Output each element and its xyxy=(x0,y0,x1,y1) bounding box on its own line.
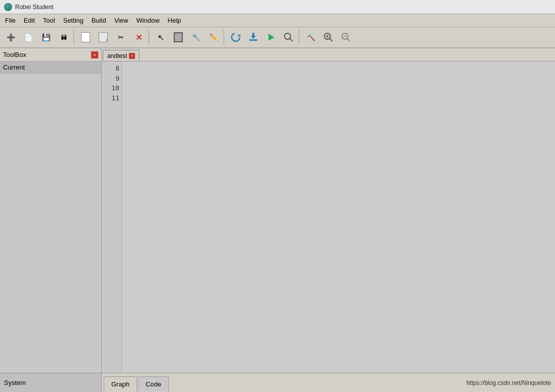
svg-line-7 xyxy=(290,39,293,42)
bottom-tab-code[interactable]: Code xyxy=(138,376,169,391)
tool-button[interactable]: 🔧 xyxy=(187,29,204,46)
sidebar: ToolBox × Current xyxy=(0,48,102,373)
cut-button[interactable]: ✂ xyxy=(112,29,129,46)
toolbar-separator-4 xyxy=(299,30,301,45)
content-area: andtest × 8 9 10 11 xyxy=(102,48,555,373)
open-file-icon: 📄 xyxy=(24,33,33,41)
current-label: Current xyxy=(3,63,25,71)
svg-marker-1 xyxy=(237,34,241,36)
toolbox-title: ToolBox xyxy=(3,51,26,58)
svg-line-9 xyxy=(330,39,333,42)
current-section: Current xyxy=(0,61,101,74)
save-icon: 💾 xyxy=(42,33,50,41)
save-as-icon: 🖬 xyxy=(60,34,67,41)
zoom-out-icon xyxy=(340,32,352,43)
line-num-11: 11 xyxy=(104,93,119,103)
tab-andtest-close[interactable]: × xyxy=(129,53,135,59)
editor-area: 8 9 10 11 xyxy=(102,61,555,373)
code-tab-label: Code xyxy=(146,380,161,388)
code-editor[interactable] xyxy=(122,61,555,373)
device-icon xyxy=(174,32,183,42)
bottom-tab-graph[interactable]: Graph xyxy=(104,376,137,391)
toolbar-separator-2 xyxy=(149,30,151,45)
svg-rect-4 xyxy=(252,33,254,37)
tool-icon: 🔧 xyxy=(192,33,200,41)
run-button[interactable] xyxy=(262,29,280,46)
blank-button[interactable] xyxy=(77,29,94,46)
bottom-tabs: Graph Code xyxy=(102,373,171,392)
svg-point-6 xyxy=(285,33,291,39)
toolbox-content xyxy=(0,74,101,373)
menu-help[interactable]: Help xyxy=(164,14,185,27)
cut-icon: ✂ xyxy=(118,33,124,41)
toolbox-header: ToolBox × xyxy=(0,48,101,61)
tab-bar: andtest × xyxy=(102,48,555,61)
new-icon xyxy=(7,33,15,41)
system-label: System xyxy=(4,379,26,386)
svg-line-13 xyxy=(348,39,351,42)
tab-andtest-label: andtest xyxy=(107,52,127,59)
menu-view[interactable]: View xyxy=(110,14,132,27)
main-area: ToolBox × Current andtest × 8 9 10 11 xyxy=(0,48,555,373)
line-num-8: 8 xyxy=(104,63,119,74)
wrench-button[interactable]: 🔨 xyxy=(302,29,319,46)
search-icon xyxy=(283,32,294,43)
menu-tool[interactable]: Tool xyxy=(39,14,59,27)
new2-button[interactable]: + xyxy=(95,29,112,46)
rotate-icon xyxy=(230,32,241,43)
toolbar-separator-3 xyxy=(224,30,226,45)
toolbox-close-button[interactable]: × xyxy=(91,51,98,58)
wrench-icon: 🔨 xyxy=(307,33,315,41)
select-button[interactable]: ↖ xyxy=(152,29,169,46)
title-bar: Robei Student xyxy=(0,0,555,14)
bottom-bar: System Graph Code https://blog.csdn.net/… xyxy=(0,373,555,392)
open-file-button[interactable]: 📄 xyxy=(20,29,37,46)
svg-marker-5 xyxy=(268,34,274,41)
search-button[interactable] xyxy=(280,29,297,46)
line-numbers: 8 9 10 11 xyxy=(102,61,122,373)
select-icon: ↖ xyxy=(158,33,164,42)
save-button[interactable]: 💾 xyxy=(37,29,54,46)
blank-icon xyxy=(81,32,90,42)
download-icon xyxy=(248,32,259,43)
app-title: Robei Student xyxy=(15,4,53,11)
line-num-9: 9 xyxy=(104,74,119,84)
rotate-button[interactable] xyxy=(227,29,244,46)
tab-andtest[interactable]: andtest × xyxy=(103,50,140,61)
delete-button[interactable]: ✕ xyxy=(130,29,147,46)
menu-edit[interactable]: Edit xyxy=(20,14,39,27)
toolbar: 📄 💾 🖬 + ✂ ✕ ↖ 🔧 ✏️ xyxy=(0,27,555,48)
run-icon xyxy=(265,32,276,43)
pen-icon: ✏️ xyxy=(210,33,218,41)
line-num-10: 10 xyxy=(104,83,119,93)
menu-file[interactable]: File xyxy=(1,14,20,27)
pen-button[interactable]: ✏️ xyxy=(205,29,222,46)
toolbar-separator-1 xyxy=(74,30,76,45)
status-url: https://blog.csdn.net/Ninquelote xyxy=(466,379,555,386)
sidebar-bottom-label: System xyxy=(0,373,102,392)
svg-rect-2 xyxy=(249,39,257,41)
app-icon xyxy=(4,3,12,11)
zoom-in-icon xyxy=(323,32,334,43)
menu-setting[interactable]: Setting xyxy=(59,14,87,27)
zoom-in-button[interactable] xyxy=(320,29,337,46)
download-button[interactable] xyxy=(245,29,262,46)
save-as-button[interactable]: 🖬 xyxy=(55,29,72,46)
graph-tab-label: Graph xyxy=(111,380,129,388)
new2-icon: + xyxy=(99,32,108,42)
delete-icon: ✕ xyxy=(135,33,142,42)
menu-window[interactable]: Window xyxy=(132,14,164,27)
svg-point-0 xyxy=(232,33,240,41)
device-button[interactable] xyxy=(170,29,187,46)
zoom-out-button[interactable] xyxy=(337,29,355,46)
menu-bar: File Edit Tool Setting Build View Window… xyxy=(0,14,555,27)
new-button[interactable] xyxy=(2,29,19,46)
menu-build[interactable]: Build xyxy=(88,14,110,27)
